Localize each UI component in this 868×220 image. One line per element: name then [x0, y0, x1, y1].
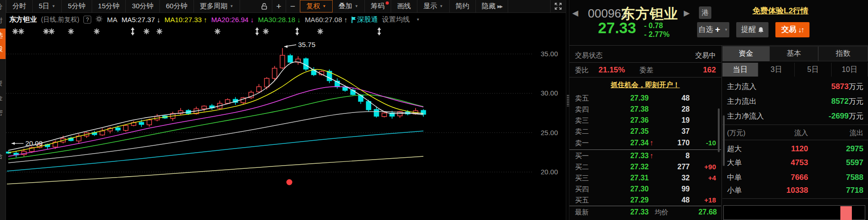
zoom-in-button[interactable]: +	[272, 0, 286, 12]
open-account-promo-link[interactable]: 抓住机会，即刻开户！	[569, 80, 721, 90]
gear-icon[interactable]	[95, 15, 103, 24]
ask-row-6[interactable]: 卖五27.3948	[569, 93, 721, 103]
period-button-label: 分时	[12, 2, 26, 11]
zoom-out-button[interactable]: −	[286, 0, 300, 12]
notification-dot-icon	[386, 1, 389, 5]
period-button-label: 5日	[39, 2, 49, 11]
level-price: 27.29	[612, 195, 649, 205]
left-strip-item[interactable]: 股	[0, 45, 6, 54]
ma-line-MA30	[8, 95, 423, 159]
level-volume: 277	[659, 162, 690, 172]
period-button-5日[interactable]: 5日▼	[33, 0, 62, 12]
alert-button[interactable]: 提醒	[736, 22, 768, 37]
tool-button-隐藏[interactable]: 隐藏▶▶	[476, 0, 509, 12]
ask-row-3[interactable]: 卖二27.3537	[569, 126, 721, 137]
chevron-down-icon: ▼	[355, 4, 358, 8]
period-button-更多周期[interactable]: 更多周期▼	[194, 0, 240, 12]
funds-tab-基本[interactable]: 基本	[769, 46, 818, 61]
funds-row-unit: 万元	[849, 83, 863, 90]
chart-period-label: (日线,前复权)	[41, 16, 79, 24]
tool-button-显示[interactable]: 显示▼	[417, 0, 450, 12]
splitter-grip-icon[interactable]	[567, 95, 569, 107]
ma-legend-2: MA10:27.33 ↑	[164, 16, 207, 24]
bell-icon	[758, 27, 764, 33]
tool-button-复权[interactable]: 复权▼	[300, 0, 333, 12]
tool-button-label: 画线	[397, 2, 411, 11]
funds-tab-指数[interactable]: 指数	[818, 46, 868, 61]
tool-button-label: 复权	[306, 2, 320, 11]
left-strip-item[interactable]: 分	[0, 3, 6, 11]
tool-button-简约[interactable]: 简约	[450, 0, 476, 12]
funds-table-row: 中单76667588	[722, 172, 868, 183]
left-strip-item[interactable]: 9	[0, 134, 6, 141]
tool-button-筹码[interactable]: 筹码	[365, 0, 391, 12]
dividend-star-icon	[68, 29, 73, 34]
funds-row-unit: 万元	[849, 112, 863, 120]
bid-row-5[interactable]: 买五27.2948+18	[569, 195, 721, 205]
period-tab-当日[interactable]: 当日	[722, 63, 758, 77]
period-button-15分钟[interactable]: 15分钟	[92, 0, 126, 12]
outflow-value: 7588	[828, 172, 863, 183]
left-strip-item[interactable]: 选	[0, 31, 6, 40]
period-button-30分钟[interactable]: 30分钟	[126, 0, 160, 12]
bid-row-1[interactable]: 买一27.33↑8	[569, 151, 721, 161]
ask-row-5[interactable]: 卖四27.3828	[569, 104, 721, 114]
left-strip-item[interactable]: 金	[0, 94, 6, 102]
price-change-block: - 0.78 - 2.77%	[644, 21, 669, 39]
level-price: 27.38	[612, 104, 649, 114]
left-vertical-tabstrip[interactable]: 分时选股0资金密9合	[0, 0, 6, 220]
tool-button-叠加[interactable]: 叠加▼	[333, 0, 365, 12]
add-watchlist-button[interactable]: 自选 + ▼	[697, 22, 729, 37]
dividend-star-icon	[157, 29, 162, 34]
help-icon[interactable]: ?	[83, 16, 91, 24]
period-tab-3日[interactable]: 3日	[758, 63, 795, 77]
funds-row-value: 5873	[831, 82, 849, 91]
funds-summary-row: 主力流出8572万元	[722, 96, 868, 107]
inflow-value: 1120	[773, 144, 808, 154]
watch-button-label: 自选	[698, 25, 713, 35]
alert-button-label: 提醒	[741, 25, 756, 35]
tool-button-画线[interactable]: 画线	[391, 0, 417, 12]
plus-icon: +	[715, 24, 720, 35]
tool-button-label: 隐藏	[482, 2, 496, 11]
period-tab-10日[interactable]: 10日	[832, 63, 868, 77]
updown-arrow-icon	[377, 27, 381, 36]
fullscreen-button[interactable]	[550, 0, 566, 12]
trade-updown-icon: ↓↑	[798, 26, 803, 34]
next-stock-arrow-icon[interactable]: ▶	[684, 8, 690, 18]
orderbook-scrollbar[interactable]	[718, 108, 720, 152]
period-button-60分钟[interactable]: 60分钟	[160, 0, 194, 12]
left-strip-item[interactable]: 资	[0, 79, 6, 88]
dividend-star-icon	[43, 29, 48, 34]
candlestick-chart[interactable]: 35.0030.0025.0020.0035.7520.09	[6, 0, 566, 220]
l2-quote-link[interactable]: 免费体验L2行情	[752, 6, 809, 16]
left-strip-item[interactable]: 0	[0, 65, 6, 72]
panel-splitter[interactable]	[566, 0, 569, 220]
ma-legend-3: MA20:26.94 ↓	[211, 16, 254, 24]
level-label: 买四	[575, 184, 589, 194]
bid-row-2[interactable]: 买二27.32277+90	[569, 162, 721, 172]
funds-scrollbar[interactable]	[723, 115, 725, 166]
left-strip-item[interactable]: 合	[0, 152, 6, 161]
lock-button[interactable]	[257, 0, 272, 12]
y-axis-label: 25.00	[540, 129, 558, 137]
prev-stock-arrow-icon[interactable]: ◀	[572, 8, 578, 18]
level-price: 27.30	[612, 184, 649, 194]
period-button-分时[interactable]: 分时	[6, 0, 33, 12]
ask-row-4[interactable]: 卖三27.3619	[569, 115, 721, 125]
trade-button[interactable]: 交易 ↓↑	[775, 22, 809, 37]
bid-ask-divider	[569, 149, 721, 150]
left-strip-item[interactable]: 密	[0, 109, 6, 117]
order-size-label: 小单	[727, 185, 742, 196]
ma-settings-button[interactable]: 设置均线	[382, 15, 410, 24]
period-tab-5日[interactable]: 5日	[795, 63, 832, 77]
ask-row-2[interactable]: 卖一27.34↑170-10	[569, 138, 721, 148]
period-button-5分钟[interactable]: 5分钟	[62, 0, 92, 12]
bid-row-3[interactable]: 买三27.3132+4	[569, 173, 721, 183]
up-arrow-icon: ↑	[650, 151, 653, 161]
bid-row-4[interactable]: 买四27.3099	[569, 184, 721, 194]
y-axis-label: 30.00	[540, 89, 558, 97]
left-strip-item[interactable]: 时	[0, 17, 6, 25]
funds-tab-资金[interactable]: 资金	[722, 46, 769, 61]
funds-table-header: (万元)流入流出	[722, 128, 868, 138]
